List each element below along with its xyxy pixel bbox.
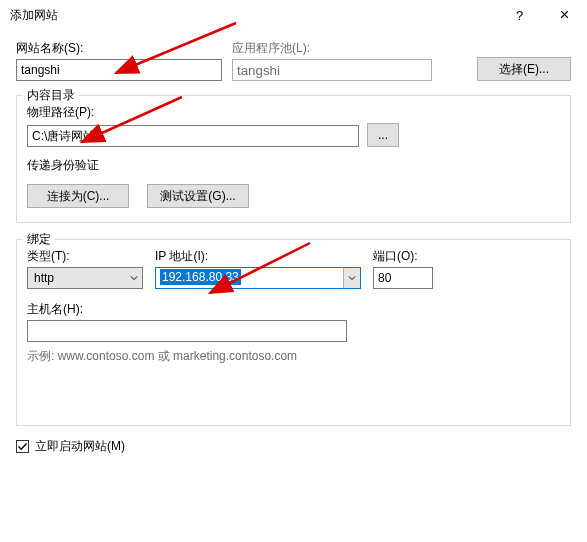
- type-label: 类型(T):: [27, 248, 143, 265]
- window-title: 添加网站: [10, 7, 497, 24]
- passthrough-auth-label: 传递身份验证: [27, 157, 560, 174]
- port-label: 端口(O):: [373, 248, 433, 265]
- type-combo-value: http: [34, 271, 54, 285]
- site-name-input[interactable]: [16, 59, 222, 81]
- app-pool-input: [232, 59, 432, 81]
- type-combo[interactable]: http: [27, 267, 143, 289]
- hostname-example: 示例: www.contoso.com 或 marketing.contoso.…: [27, 348, 560, 365]
- help-button[interactable]: ?: [497, 0, 542, 30]
- binding-legend: 绑定: [23, 231, 55, 248]
- physical-path-label: 物理路径(P):: [27, 104, 560, 121]
- select-app-pool-button[interactable]: 选择(E)...: [477, 57, 571, 81]
- physical-path-input[interactable]: [27, 125, 359, 147]
- ip-combo-value: 192.168.80.33: [160, 269, 241, 285]
- chevron-down-icon: [126, 268, 138, 288]
- content-dir-legend: 内容目录: [23, 87, 79, 104]
- site-name-label: 网站名称(S):: [16, 40, 222, 57]
- app-pool-label: 应用程序池(L):: [232, 40, 432, 57]
- close-button[interactable]: ×: [542, 0, 587, 30]
- ip-combo[interactable]: 192.168.80.33: [155, 267, 361, 289]
- check-icon: [17, 441, 28, 452]
- start-now-label: 立即启动网站(M): [35, 438, 125, 455]
- test-settings-button[interactable]: 测试设置(G)...: [147, 184, 249, 208]
- hostname-input[interactable]: [27, 320, 347, 342]
- chevron-down-icon: [343, 267, 361, 289]
- hostname-label: 主机名(H):: [27, 301, 560, 318]
- port-input[interactable]: [373, 267, 433, 289]
- ip-label: IP 地址(I):: [155, 248, 361, 265]
- browse-path-button[interactable]: ...: [367, 123, 399, 147]
- start-now-checkbox[interactable]: [16, 440, 29, 453]
- connect-as-button[interactable]: 连接为(C)...: [27, 184, 129, 208]
- title-bar: 添加网站 ? ×: [0, 0, 587, 30]
